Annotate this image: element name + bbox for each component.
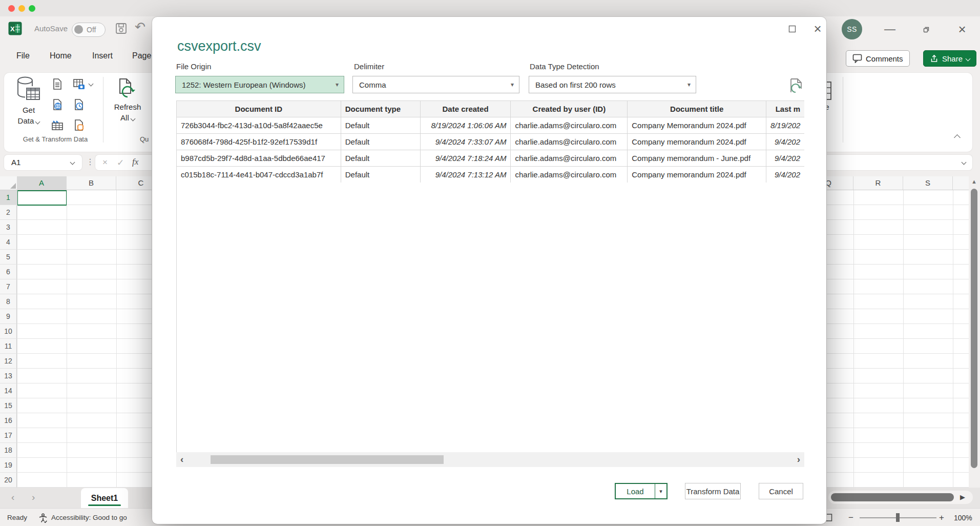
sheet-nav-left-icon[interactable]: ‹ [11,492,14,503]
name-box-chevron-icon[interactable] [70,160,75,165]
row-header-18[interactable]: 18 [0,443,17,458]
row-header-12[interactable]: 12 [0,354,17,369]
window-restore-button[interactable] [918,21,935,38]
zoom-out-button[interactable]: − [848,513,853,523]
insert-function-icon[interactable]: fx [132,157,138,167]
row-header-20[interactable]: 20 [0,473,17,488]
formula-bar-expand-chevron-icon[interactable] [962,160,967,165]
row-header-16[interactable]: 16 [0,413,17,428]
queries-group-label-partial: Qu [140,135,149,143]
from-picture-icon[interactable] [73,78,85,90]
name-box-dots-icon[interactable]: ⋮ [86,157,94,167]
row-header-15[interactable]: 15 [0,398,17,413]
get-data-icon [16,76,41,105]
row-header-19[interactable]: 19 [0,458,17,473]
preview-table-cell: b987cd5b-29f7-4d8d-a1aa-5dbde66ae417 [177,150,341,167]
row-header-5[interactable]: 5 [0,250,17,265]
file-origin-dropdown[interactable]: 1252: Western European (Windows) ▾ [175,76,344,93]
row-header-1[interactable]: 1 [0,190,17,205]
row-header-13[interactable]: 13 [0,369,17,383]
vertical-scrollbar[interactable]: ▲ [969,176,980,488]
window-minimize-button[interactable]: — [881,21,899,38]
cancel-button[interactable]: Cancel [759,483,803,499]
accessibility-status[interactable]: Accessibility: Good to go [51,514,127,521]
load-button[interactable]: Load [615,483,655,499]
zoom-in-button[interactable]: + [939,513,944,523]
save-icon[interactable] [115,23,127,34]
get-data-button[interactable]: Get Data [9,76,48,126]
file-origin-value: 1252: Western European (Windows) [182,80,306,89]
row-header-8[interactable]: 8 [0,294,17,309]
vertical-scrollbar-thumb[interactable] [971,189,977,468]
preview-table-header-cell: Last m [766,101,804,117]
accessibility-icon[interactable] [38,513,48,523]
tab-insert[interactable]: Insert [92,51,113,60]
horizontal-scrollbar-thumb[interactable] [831,493,954,501]
refresh-all-button[interactable]: Refresh All [109,76,146,123]
mac-close-traffic-light[interactable] [8,5,15,12]
from-text-csv-icon[interactable] [51,78,64,90]
from-picture-chevron-icon[interactable] [89,82,94,87]
scroll-right-arrow-icon[interactable]: ▶ [960,493,965,501]
preview-scrollbar-thumb[interactable] [211,455,444,464]
transform-data-button[interactable]: Transform Data [685,483,741,499]
zoom-level[interactable]: 100% [954,514,972,522]
preview-table-cell: Default [341,167,421,183]
scroll-up-arrow-icon[interactable]: ▲ [971,178,977,185]
collapse-ribbon-chevron-icon[interactable] [954,134,961,141]
data-type-detection-dropdown[interactable]: Based on first 200 rows ▾ [529,76,696,93]
active-cell-selection[interactable] [17,190,67,206]
preview-horizontal-scrollbar[interactable]: ‹ › [176,452,804,467]
tab-file[interactable]: File [16,51,30,60]
select-all-corner[interactable] [10,183,16,189]
from-web-icon[interactable] [51,98,64,111]
row-header-3[interactable]: 3 [0,220,17,235]
dialog-maximize-button[interactable] [784,21,800,36]
row-header-10[interactable]: 10 [0,324,17,339]
preview-table-cell: Company memorandum 2024.pdf [628,167,766,183]
column-header-R[interactable]: R [853,176,903,190]
row-header-11[interactable]: 11 [0,339,17,354]
refresh-all-chevron-icon [130,116,135,121]
tab-home[interactable]: Home [50,51,72,60]
table-row: 726b3044-fbc2-413d-a10d-5a8f42aaec5eDefa… [177,117,804,134]
file-origin-label: File Origin [176,62,211,71]
mac-zoom-traffic-light[interactable] [29,5,35,12]
delimiter-dropdown-arrow-icon: ▾ [511,81,514,88]
column-header-S[interactable]: S [903,176,953,190]
formula-cancel-icon[interactable]: × [102,157,108,168]
from-table-range-icon[interactable] [51,119,64,131]
user-avatar[interactable]: SS [842,19,862,39]
comments-button[interactable]: Comments [846,50,910,67]
formula-enter-icon[interactable]: ✓ [117,157,124,168]
gridline-vertical [953,190,953,488]
recent-sources-icon[interactable] [73,98,85,111]
dialog-close-button[interactable]: × [810,21,825,36]
preview-scroll-left-icon[interactable]: ‹ [180,454,183,465]
autosave-toggle[interactable]: Off [72,23,106,37]
tab-page-layout[interactable]: Page [132,51,151,60]
row-header-14[interactable]: 14 [0,383,17,398]
refresh-preview-icon[interactable] [789,77,804,95]
mac-minimize-traffic-light[interactable] [18,5,25,12]
row-header-17[interactable]: 17 [0,428,17,443]
name-box[interactable]: A1 [4,155,82,170]
existing-connections-icon[interactable] [73,119,85,131]
window-close-button[interactable]: × [953,21,971,38]
row-header-9[interactable]: 9 [0,309,17,324]
column-header-B[interactable]: B [67,176,116,190]
load-split-arrow-button[interactable]: ▾ [655,483,668,499]
row-header-4[interactable]: 4 [0,235,17,250]
share-button[interactable]: Share [923,50,976,67]
delimiter-dropdown[interactable]: Comma ▾ [352,76,519,93]
row-header-2[interactable]: 2 [0,205,17,220]
cell-reference: A1 [11,158,20,167]
preview-scroll-right-icon[interactable]: › [797,454,800,465]
row-header-7[interactable]: 7 [0,279,17,294]
row-header-6[interactable]: 6 [0,265,17,279]
sheet-nav-right-icon[interactable]: › [32,492,35,503]
undo-icon[interactable]: ↶ [135,19,145,34]
column-header-A[interactable]: A [17,176,67,190]
zoom-slider-thumb[interactable] [896,513,900,522]
svg-text:X: X [10,25,15,33]
